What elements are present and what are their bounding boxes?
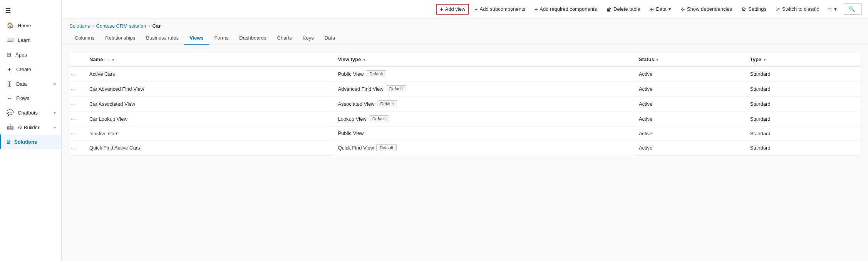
row-type: Standard [746,96,860,111]
table-header-name[interactable]: Name ↑↓ ▾ [85,53,333,66]
row-status: Active [634,111,746,126]
sidebar-item-label: Home [18,23,31,28]
delete-table-label: Delete table [613,6,640,12]
sidebar-item-data[interactable]: 🗄 Data ▾ [0,77,61,91]
sidebar-item-label: Solutions [14,139,37,145]
row-menu[interactable]: ··· [69,140,85,155]
apps-icon: ⊞ [7,51,12,58]
row-status: Active [634,66,746,82]
sidebar: ☰ 🏠 Home 📖 Learn ⊞ Apps ＋ Create 🗄 Data … [0,0,62,261]
table-header-type[interactable]: Type ▾ [746,53,860,66]
table-row[interactable]: ···Active CarsPublic ViewDefaultActiveSt… [69,66,860,82]
show-dependencies-label: Show dependencies [687,6,732,12]
chevron-down-icon: ▾ [834,6,837,12]
default-badge: Default [377,100,397,107]
row-type: Standard [746,126,860,140]
show-dependencies-button[interactable]: ⊹Show dependencies [677,4,736,15]
view-type-text: Public View [338,130,364,136]
learn-icon: 📖 [7,37,14,43]
sidebar-item-label: AI Builder [18,125,39,130]
hamburger-menu[interactable]: ☰ [0,3,61,18]
breadcrumb-separator: › [149,23,150,29]
sidebar-item-apps[interactable]: ⊞ Apps [0,47,61,62]
header-row: Name ↑↓ ▾View type ▾Status ▾Type ▾ [69,53,860,66]
table-row[interactable]: ···Car Lookup ViewLookup ViewDefaultActi… [69,111,860,126]
filter-icon: ▾ [656,58,658,62]
tab-relationships[interactable]: Relationships [100,32,141,45]
row-menu[interactable]: ··· [69,81,85,96]
search-button[interactable]: 🔍 [844,3,862,15]
tab-forms[interactable]: Forms [209,32,234,45]
tabs: ColumnsRelationshipsBusiness rulesViewsF… [62,32,868,45]
row-name: Inactive Cars [85,126,333,140]
tab-columns[interactable]: Columns [69,32,100,45]
sidebar-item-solutions[interactable]: ⧄ Solutions [0,135,61,149]
add-subcomponents-button[interactable]: +Add subcomponents [471,4,529,15]
breadcrumb-link-solutions[interactable]: Solutions [69,23,90,29]
show-dependencies-icon: ⊹ [680,6,685,12]
table-body: ···Active CarsPublic ViewDefaultActiveSt… [69,66,860,156]
tab-business-rules[interactable]: Business rules [141,32,184,45]
chevron-icon: ▾ [54,125,56,130]
row-menu[interactable]: ··· [69,66,85,82]
row-type: Standard [746,111,860,126]
row-view-type: Public View [333,126,634,140]
table-row[interactable]: ···Car Associated ViewAssociated ViewDef… [69,96,860,111]
chevron-icon: ▾ [54,82,56,86]
row-status: Active [634,140,746,155]
data-button[interactable]: ⊞Data▾ [645,4,675,15]
solutions-icon: ⧄ [7,138,10,145]
row-menu[interactable]: ··· [69,126,85,140]
default-badge: Default [386,85,406,92]
row-view-type: Advanced Find ViewDefault [333,81,634,96]
switch-classic-icon: ↗ [776,6,780,12]
default-badge: Default [369,115,389,122]
table-row[interactable]: ···Inactive CarsPublic ViewActiveStandar… [69,126,860,140]
tab-data[interactable]: Data [319,32,340,45]
row-status: Active [634,96,746,111]
tab-dashboards[interactable]: Dashboards [234,32,271,45]
sidebar-item-home[interactable]: 🏠 Home [0,18,61,33]
view-type-text: Lookup View [338,116,366,122]
filter-icon: ▾ [764,58,766,62]
table-header-status[interactable]: Status ▾ [634,53,746,66]
settings-button[interactable]: ⚙Settings [737,4,770,15]
add-subcomponents-icon: + [474,6,478,12]
sidebar-item-ai-builder[interactable]: 🤖 AI Builder ▾ [0,120,61,135]
switch-classic-button[interactable]: ↗Switch to classic [772,4,823,15]
filter-icon: ▾ [112,58,114,62]
ai-builder-icon: 🤖 [7,124,14,131]
row-type: Standard [746,81,860,96]
tab-keys[interactable]: Keys [297,32,319,45]
main-content: +Add view+Add subcomponents+Add required… [62,0,868,261]
table-row[interactable]: ···Car Advanced Find ViewAdvanced Find V… [69,81,860,96]
table-header-view-type[interactable]: View type ▾ [333,53,634,66]
sidebar-item-label: Learn [18,37,30,43]
tab-views[interactable]: Views [184,32,209,45]
view-type-text: Quick Find View [338,145,374,151]
row-menu[interactable]: ··· [69,111,85,126]
data-icon: 🗄 [7,81,12,87]
sidebar-item-learn[interactable]: 📖 Learn [0,33,61,47]
sidebar-item-flows[interactable]: ↔ Flows [0,91,61,105]
flows-icon: ↔ [7,95,12,101]
delete-table-icon: 🗑 [606,6,612,12]
breadcrumb-link-contoso-crm-solution[interactable]: Contoso CRM solution [96,23,146,29]
filter-icon: ▾ [363,58,365,62]
row-menu[interactable]: ··· [69,96,85,111]
add-view-button[interactable]: +Add view [436,4,469,15]
add-required-components-icon: + [535,6,538,12]
default-button[interactable]: ≡ ▾ [824,4,841,14]
row-name: Car Associated View [85,96,333,111]
breadcrumb: Solutions›Contoso CRM solution›Car [62,18,868,32]
chevron-down-icon: ▾ [669,6,671,12]
row-status: Active [634,126,746,140]
add-required-components-button[interactable]: +Add required components [531,4,601,15]
sidebar-item-chatbots[interactable]: 💬 Chatbots ▾ [0,105,61,120]
toolbar-right: ≡ ▾ 🔍 [824,3,862,15]
table-row[interactable]: ···Quick Find Active CarsQuick Find View… [69,140,860,155]
delete-table-button[interactable]: 🗑Delete table [602,4,644,15]
tab-charts[interactable]: Charts [271,32,297,45]
sidebar-item-label: Data [16,81,27,87]
sidebar-item-create[interactable]: ＋ Create [0,62,61,77]
